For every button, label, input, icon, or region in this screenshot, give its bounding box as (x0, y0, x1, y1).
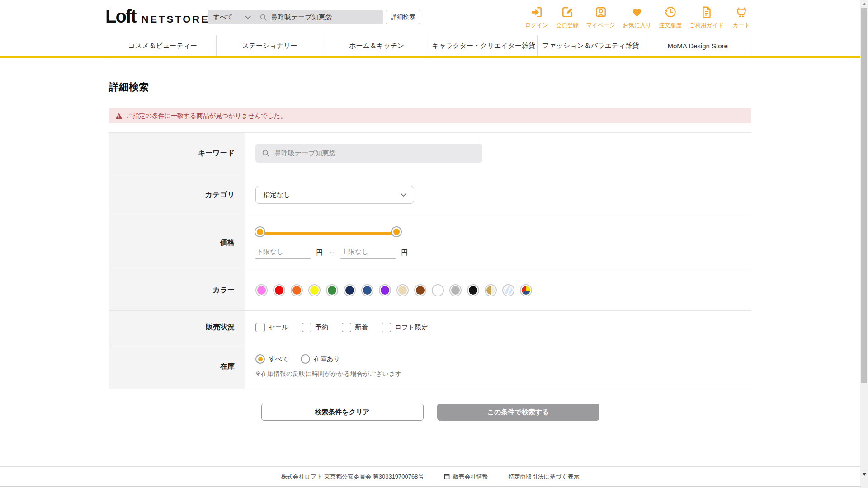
header-search-input[interactable] (271, 14, 383, 21)
sales-status-checkbox-2[interactable]: 新着 (342, 323, 368, 332)
favorites-icon (631, 6, 643, 20)
footer-divider (434, 474, 434, 480)
nav-item-3[interactable]: キャラクター・クリエイター雑貨 (430, 35, 537, 56)
form-row-stock: 在庫 すべて在庫あり ※在庫情報の反映に時間がかかる場合がございます (109, 344, 751, 389)
quicklink-cart[interactable]: カート (731, 6, 751, 29)
color-swatch-black[interactable] (467, 284, 479, 296)
footer-link-commerce-law[interactable]: 特定商取引法に基づく表示 (508, 473, 579, 481)
vertical-scrollbar (860, 0, 868, 488)
category-value: 指定なし (263, 191, 401, 199)
search-category-value: すべて (213, 13, 245, 21)
nav-item-1[interactable]: ステーショナリー (216, 35, 323, 56)
color-swatch-white[interactable] (432, 284, 444, 296)
price-min-input[interactable] (255, 247, 311, 259)
main-nav: コスメ＆ビューティーステーショナリーホーム＆キッチンキャラクター・クリエイター雑… (109, 35, 751, 56)
search-category-select[interactable]: すべて (208, 10, 255, 24)
nav-item-0[interactable]: コスメ＆ビューティー (109, 35, 216, 56)
quicklink-mypage[interactable]: マイページ (586, 6, 615, 29)
cart-icon (735, 6, 748, 20)
nav-item-5[interactable]: MoMA Design Store (644, 35, 751, 56)
search-icon (262, 149, 270, 157)
form-row-category: カテゴリ 指定なし (109, 174, 751, 216)
clear-conditions-button[interactable]: 検索条件をクリア (261, 404, 424, 421)
header: Loft NETSTORE すべて 詳細検索 ログイン会員登録マイページお気に入… (0, 0, 860, 58)
keyword-input[interactable] (274, 150, 476, 157)
checkbox-icon (382, 323, 391, 332)
color-swatches (255, 284, 532, 296)
quicklink-login[interactable]: ログイン (525, 6, 548, 29)
color-swatch-red[interactable] (273, 284, 285, 296)
clear-color (504, 286, 513, 295)
form-row-sales-status: 販売状況 セール予約新着ロフト限定 (109, 311, 751, 344)
color-swatch-beige[interactable] (396, 284, 409, 296)
advanced-search-button[interactable]: 詳細検索 (386, 10, 420, 24)
color-swatch-blue[interactable] (361, 284, 373, 296)
color-swatch-green[interactable] (326, 284, 338, 296)
price-range-separator: ～ (328, 249, 335, 257)
white-color (434, 286, 442, 295)
loft-logo[interactable]: Loft NETSTORE (105, 6, 210, 27)
quicklink-label: ログイン (525, 22, 548, 29)
yellow-color (310, 286, 319, 295)
scroll-up-arrow[interactable] (860, 0, 868, 8)
register-icon (561, 6, 574, 20)
guide-icon (700, 6, 713, 20)
color-swatch-yellow[interactable] (308, 284, 321, 296)
quicklink-order-history[interactable]: 注文履歴 (659, 6, 682, 29)
price-slider (255, 227, 401, 239)
color-swatch-gold-silver[interactable] (485, 284, 497, 296)
quicklink-label: お気に入り (623, 22, 651, 29)
blue-color (363, 286, 372, 295)
color-swatch-purple[interactable] (379, 284, 391, 296)
color-swatch-gray[interactable] (449, 284, 462, 296)
footer-link-seller-info[interactable]: 販売会社情報 (444, 473, 488, 481)
main-content: 詳細検索 ご指定の条件に一致する商品が見つかりませんでした。 キーワード カテゴ… (109, 80, 751, 421)
sales-status-label: 販売状況 (109, 311, 245, 344)
category-label: カテゴリ (109, 174, 245, 216)
gold-silver-color (486, 286, 495, 295)
brown-color (416, 286, 425, 295)
color-swatch-multicolor[interactable] (520, 284, 532, 296)
scroll-down-arrow[interactable] (860, 470, 868, 478)
form-actions: 検索条件をクリア この条件で検索する (109, 404, 751, 421)
sales-status-options: セール予約新着ロフト限定 (255, 323, 428, 332)
checkbox-icon (255, 323, 265, 332)
quicklink-guide[interactable]: ご利用ガイド (689, 6, 724, 29)
radio-label: すべて (269, 355, 289, 363)
color-swatch-navy[interactable] (344, 284, 356, 296)
page-title: 詳細検索 (109, 80, 751, 94)
nav-item-2[interactable]: ホーム＆キッチン (323, 35, 430, 56)
keyword-input-box (255, 144, 482, 163)
sales-status-checkbox-0[interactable]: セール (255, 323, 288, 332)
color-swatch-brown[interactable] (414, 284, 426, 296)
nav-item-4[interactable]: ファッション＆バラエティ雑貨 (537, 35, 644, 56)
stock-label: 在庫 (109, 344, 245, 389)
quicklink-label: ご利用ガイド (689, 22, 724, 29)
stock-radio-1[interactable]: 在庫あり (301, 354, 340, 364)
quicklink-favorites[interactable]: お気に入り (623, 6, 651, 29)
sales-status-checkbox-3[interactable]: ロフト限定 (382, 323, 428, 332)
radio-icon (255, 354, 265, 364)
radio-icon (301, 354, 310, 364)
color-swatch-clear[interactable] (502, 284, 514, 296)
quicklink-label: マイページ (586, 22, 615, 29)
price-label: 価格 (109, 216, 245, 270)
color-swatch-pink[interactable] (255, 284, 268, 296)
stock-radio-0[interactable]: すべて (255, 354, 289, 364)
order-history-icon (664, 6, 677, 20)
red-color (275, 286, 283, 295)
search-with-conditions-button[interactable]: この条件で検索する (437, 404, 599, 421)
price-slider-handle-min[interactable] (255, 227, 264, 236)
checkbox-label: セール (269, 323, 288, 332)
footer-divider (498, 474, 498, 480)
quicklink-label: 会員登録 (556, 22, 579, 29)
scrollbar-thumb[interactable] (861, 8, 867, 383)
form-row-keyword: キーワード (109, 133, 751, 174)
price-max-input[interactable] (340, 247, 396, 259)
quicklink-register[interactable]: 会員登録 (556, 6, 579, 29)
price-slider-handle-max[interactable] (392, 227, 401, 236)
checkbox-label: ロフト限定 (395, 323, 428, 332)
color-swatch-orange[interactable] (291, 284, 303, 296)
category-select[interactable]: 指定なし (255, 186, 414, 204)
sales-status-checkbox-1[interactable]: 予約 (302, 323, 328, 332)
